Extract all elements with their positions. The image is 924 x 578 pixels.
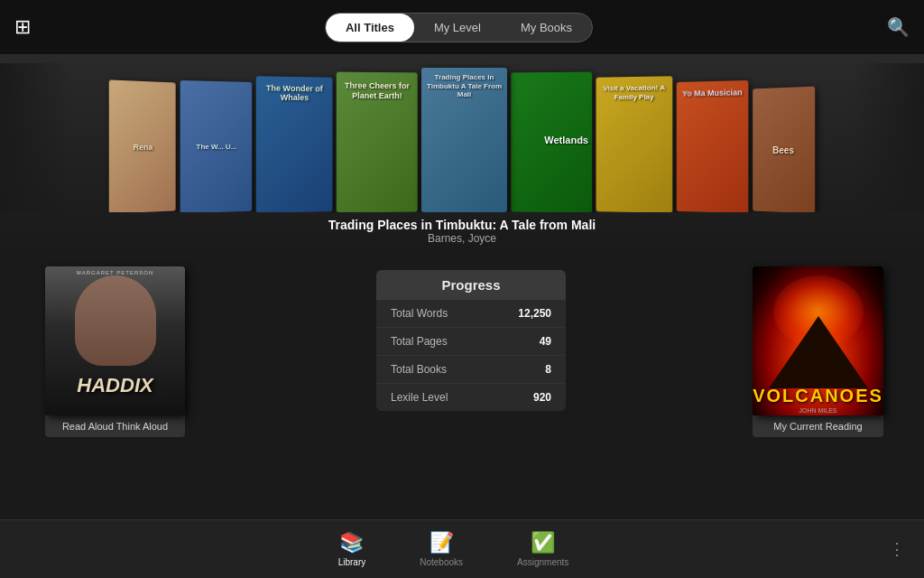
book-wonder-whales[interactable]: The Wonder of Whales (256, 76, 333, 212)
bottom-nav: 📚 Library 📝 Notebooks ✅ Assignments ⋮ (0, 519, 924, 578)
notebooks-label: Notebooks (420, 557, 463, 567)
library-label: Library (338, 557, 366, 567)
assignments-icon: ✅ (531, 531, 555, 555)
book-cheers-title: Three Cheers for Planet Earth! (340, 81, 414, 101)
tab-all-titles[interactable]: All Titles (326, 14, 414, 42)
shelf-section: Rena The W... U... The Wonder of Whales … (0, 54, 924, 248)
assignments-label: Assignments (517, 557, 568, 567)
progress-value-words: 12,250 (518, 307, 551, 320)
volcano-card[interactable]: VOLCANOES JOHN MILES My Current Reading (748, 266, 888, 437)
library-icon: 📚 (339, 531, 364, 555)
notebooks-icon: 📝 (430, 531, 454, 555)
progress-row-pages: Total Pages 49 (376, 328, 566, 356)
book-trading-title: Trading Places in Timbuktu A Tale From M… (425, 73, 504, 99)
book-musician[interactable]: Yo Ma Musician (677, 80, 749, 212)
selected-book-title: Trading Places in Timbuktu: A Tale from … (328, 218, 596, 232)
volcano-label: My Current Reading (753, 415, 883, 437)
book-wonder-title: The Wonder of Whales (262, 83, 328, 102)
progress-value-lexile: 920 (533, 391, 551, 404)
tab-group: All Titles My Level My Books (325, 13, 593, 42)
haddix-face (75, 275, 156, 366)
book-shelf: Rena The W... U... The Wonder of Whales … (0, 63, 924, 212)
book-whale-wonder[interactable]: The W... U... (180, 80, 253, 212)
progress-value-pages: 49 (540, 335, 551, 348)
book-trading-places[interactable]: Trading Places in Timbuktu A Tale From M… (421, 68, 507, 212)
book-bees-title: Bees (772, 144, 794, 154)
book-wetlands-title: Wetlands (544, 134, 588, 144)
search-icon[interactable]: 🔍 (887, 16, 910, 38)
tab-my-level[interactable]: My Level (414, 14, 501, 42)
shelf-right-fade (852, 63, 924, 212)
shelf-left-fade (0, 63, 72, 212)
book-whale-title: The W... U... (196, 143, 236, 151)
read-aloud-label: Read Aloud Think Aloud (45, 415, 185, 437)
book-rena-title: Rena (134, 142, 153, 151)
haddix-title: HADDIX (45, 374, 185, 397)
haddix-author-top: MARGARET PETERSON (45, 270, 185, 275)
grid-icon[interactable]: ⊞ (14, 15, 31, 39)
nav-items: 📚 Library 📝 Notebooks ✅ Assignments (18, 531, 889, 567)
progress-header: Progress (376, 270, 566, 300)
read-aloud-card[interactable]: MARGARET PETERSON HADDIX Read Aloud Thin… (36, 266, 194, 437)
main-content: MARGARET PETERSON HADDIX Read Aloud Thin… (0, 248, 924, 455)
progress-label-pages: Total Pages (391, 335, 448, 348)
book-wetlands[interactable]: Wetlands (511, 72, 592, 212)
progress-card: Progress Total Words 12,250 Total Pages … (376, 270, 566, 411)
more-button[interactable]: ⋮ (889, 539, 906, 559)
progress-label-words: Total Words (391, 307, 448, 320)
volcano-cover: VOLCANOES JOHN MILES (753, 266, 883, 415)
volcano-title: VOLCANOES (753, 386, 883, 406)
progress-value-books: 8 (545, 363, 551, 376)
nav-item-library[interactable]: 📚 Library (338, 531, 366, 567)
nav-item-notebooks[interactable]: 📝 Notebooks (420, 531, 463, 567)
selected-book-author: Barnes, Joyce (328, 232, 596, 245)
tab-my-books[interactable]: My Books (501, 14, 592, 42)
progress-label-books: Total Books (391, 363, 447, 376)
book-bees[interactable]: Bees (753, 87, 815, 212)
volcano-mountain (769, 316, 868, 388)
progress-row-lexile: Lexile Level 920 (376, 384, 566, 411)
volcano-subtitle: JOHN MILES (753, 407, 883, 414)
top-bar: ⊞ All Titles My Level My Books 🔍 (0, 0, 924, 54)
progress-row-words: Total Words 12,250 (376, 300, 566, 328)
book-musician-title: Yo Ma Musician (682, 88, 743, 98)
selected-book-info: Trading Places in Timbuktu: A Tale from … (328, 218, 596, 248)
book-vacation-title: Visit a Vacation! A Family Play (599, 83, 669, 101)
nav-item-assignments[interactable]: ✅ Assignments (517, 531, 568, 567)
progress-row-books: Total Books 8 (376, 356, 566, 384)
read-aloud-cover: MARGARET PETERSON HADDIX (45, 266, 185, 415)
progress-label-lexile: Lexile Level (391, 391, 448, 404)
book-rena[interactable]: Rena (109, 79, 176, 212)
book-vacation[interactable]: Visit a Vacation! A Family Play (596, 76, 673, 212)
book-three-cheers[interactable]: Three Cheers for Planet Earth! (337, 72, 418, 212)
